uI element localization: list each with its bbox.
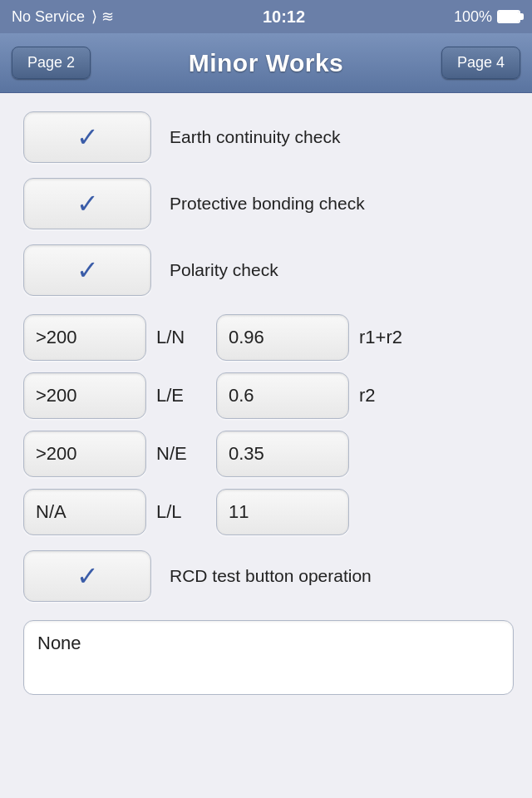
- ins-unit-1: r2: [359, 385, 376, 406]
- status-bar: No Service ⟩ ≋ 10:12 100%: [0, 0, 532, 33]
- check-row-earth: ✓ Earth continuity check: [23, 111, 509, 163]
- insulation-section: >200 L/N 0.96 r1+r2 >200 L/E 0.6 r2 >200…: [23, 314, 509, 535]
- page-title: Minor Works: [189, 49, 344, 77]
- checkbox-earth[interactable]: ✓: [23, 111, 151, 163]
- ins-resistance-0[interactable]: >200: [23, 314, 146, 361]
- rcd-row: ✓ RCD test button operation: [23, 550, 509, 602]
- ins-unit-0: r1+r2: [359, 327, 402, 348]
- ins-row-0: >200 L/N 0.96 r1+r2: [23, 314, 509, 361]
- status-time: 10:12: [263, 7, 305, 27]
- ins-row-3: N/A L/L 11: [23, 489, 509, 535]
- checkmark-bonding: ✓: [76, 190, 99, 217]
- ins-value-0[interactable]: 0.96: [216, 314, 349, 361]
- notes-value: None: [37, 633, 81, 653]
- page2-button[interactable]: Page 2: [12, 47, 91, 79]
- nav-bar: Page 2 Minor Works Page 4: [0, 33, 532, 93]
- checkmark-earth: ✓: [76, 124, 99, 150]
- rcd-label: RCD test button operation: [170, 564, 372, 587]
- check-label-earth: Earth continuity check: [170, 126, 340, 148]
- status-battery-group: 100%: [454, 8, 520, 26]
- checkbox-section: ✓ Earth continuity check ✓ Protective bo…: [23, 111, 509, 311]
- battery-icon: [497, 10, 520, 23]
- checkmark-polarity: ✓: [76, 257, 99, 283]
- ins-value-2[interactable]: 0.35: [216, 431, 349, 477]
- wifi-icon: ⟩ ≋: [91, 7, 114, 26]
- ins-value-1[interactable]: 0.6: [216, 372, 349, 419]
- check-row-bonding: ✓ Protective bonding check: [23, 178, 509, 229]
- check-label-bonding: Protective bonding check: [170, 192, 365, 214]
- ins-label-0: L/N: [156, 327, 206, 348]
- page4-button[interactable]: Page 4: [441, 47, 520, 79]
- content-area: ✓ Earth continuity check ✓ Protective bo…: [0, 93, 532, 713]
- ins-label-1: L/E: [156, 385, 206, 406]
- carrier-label: No Service: [12, 8, 85, 26]
- status-carrier-group: No Service ⟩ ≋: [12, 7, 114, 26]
- ins-row-2: >200 N/E 0.35: [23, 431, 509, 477]
- battery-label: 100%: [454, 8, 492, 26]
- ins-label-3: L/L: [156, 501, 206, 523]
- notes-field[interactable]: None: [23, 620, 514, 695]
- check-row-polarity: ✓ Polarity check: [23, 244, 509, 296]
- ins-resistance-2[interactable]: >200: [23, 431, 146, 477]
- ins-label-2: N/E: [156, 443, 206, 465]
- check-label-polarity: Polarity check: [170, 259, 278, 281]
- ins-resistance-3[interactable]: N/A: [23, 489, 146, 535]
- checkbox-polarity[interactable]: ✓: [23, 244, 151, 296]
- checkbox-bonding[interactable]: ✓: [23, 178, 151, 229]
- ins-resistance-1[interactable]: >200: [23, 372, 146, 419]
- ins-row-1: >200 L/E 0.6 r2: [23, 372, 509, 419]
- rcd-checkbox[interactable]: ✓: [23, 550, 151, 602]
- ins-value-3[interactable]: 11: [216, 489, 349, 535]
- rcd-checkmark: ✓: [76, 563, 99, 589]
